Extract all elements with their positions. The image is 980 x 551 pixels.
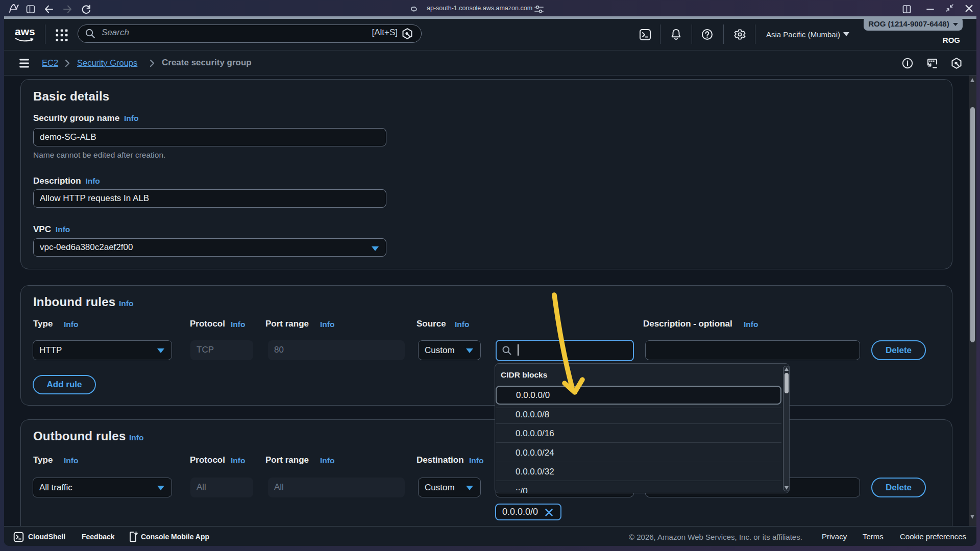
- svg-text:aws: aws: [15, 26, 35, 37]
